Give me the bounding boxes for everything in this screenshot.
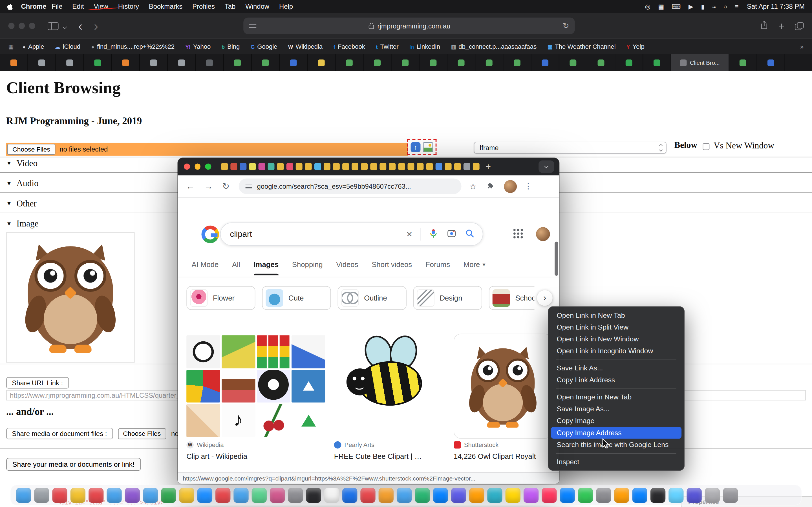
status-icon[interactable]: ▮ (701, 3, 704, 10)
menubar-menu-item[interactable]: Bookmarks (149, 3, 183, 10)
chips-next-icon[interactable]: › (537, 290, 553, 305)
menubar-menu-item[interactable]: Profiles (192, 3, 215, 10)
context-menu-item[interactable]: Copy Link Address (551, 374, 681, 386)
dock-app-icon[interactable] (324, 488, 339, 503)
dock-app-icon[interactable] (197, 488, 212, 503)
google-account-avatar[interactable] (536, 227, 550, 241)
browser-tab[interactable] (140, 54, 168, 71)
collage-image-trash-bin[interactable] (292, 370, 325, 403)
tab-overview-icon[interactable] (795, 22, 804, 30)
favorites-grid-icon[interactable]: ▦ (8, 43, 13, 50)
new-tab-icon[interactable]: + (778, 20, 784, 31)
dock-app-icon[interactable] (523, 488, 539, 503)
favorite-item[interactable]: in LinkedIn (409, 43, 440, 50)
upload-icon[interactable]: ↑ (411, 142, 421, 152)
minimize-window-button[interactable] (18, 23, 25, 29)
favorite-item[interactable]: ☁ iCloud (55, 43, 80, 50)
sidebar-icon[interactable] (48, 22, 59, 30)
favorite-item[interactable]: G Google (251, 43, 277, 50)
collapsible-section[interactable]: ▼ Video (6, 158, 39, 179)
status-icon[interactable]: ⌨ (672, 3, 681, 10)
dock-app-icon[interactable] (234, 488, 248, 503)
browser-tab[interactable] (615, 54, 643, 71)
dock-app-icon[interactable] (288, 488, 303, 503)
browser-tab[interactable] (286, 163, 293, 170)
dock-app-icon[interactable] (723, 488, 738, 503)
dock-app-icon[interactable] (52, 488, 67, 503)
browser-tab[interactable] (463, 163, 470, 170)
menubar-menu-item[interactable]: Edit (72, 3, 84, 10)
filter-chip[interactable]: School (489, 286, 535, 310)
browser-tab[interactable] (445, 163, 452, 170)
dock-app-icon[interactable] (378, 488, 394, 503)
context-menu-item[interactable]: Open Link in New Window (551, 333, 681, 345)
browser-tab[interactable] (342, 163, 349, 170)
favorite-item[interactable]: ● find_minus....rep+%22s%22 (91, 43, 174, 50)
browser-tab[interactable] (267, 163, 274, 170)
menubar-app-name[interactable]: Chrome (21, 3, 46, 10)
owl-clipart-image[interactable] (28, 246, 113, 349)
google-logo[interactable] (201, 226, 219, 243)
browser-tab[interactable] (363, 54, 391, 71)
dock-app-icon[interactable] (107, 488, 121, 503)
menubar-menu-item[interactable]: Window (245, 3, 269, 10)
vs-new-window-checkbox[interactable] (703, 144, 709, 150)
forward-button[interactable]: → (204, 182, 213, 191)
favorite-item[interactable]: ▥ db_connect.p...aaasaaafaas (451, 43, 537, 50)
collage-image-rubiks-cube[interactable] (257, 335, 290, 368)
result-attribution[interactable]: Wikipedia Clip art - Wikipedia (186, 441, 247, 460)
browser-tab[interactable] (379, 163, 386, 170)
collage-image-cake[interactable] (221, 370, 255, 403)
context-menu-item[interactable]: Copy Image (551, 415, 681, 427)
collage-image-clock[interactable] (186, 335, 220, 368)
chevron-down-icon[interactable] (63, 24, 67, 29)
context-menu-item[interactable]: Copy Image Address (551, 427, 681, 439)
browser-tab[interactable] (258, 163, 265, 170)
browser-tab[interactable] (221, 163, 228, 170)
dock-app-icon[interactable] (668, 488, 683, 503)
dock-app-icon[interactable] (360, 488, 375, 503)
browser-tab[interactable] (448, 54, 475, 71)
dock-app-icon[interactable] (506, 488, 520, 503)
favorite-item[interactable]: W Wikipedia (288, 43, 322, 50)
collage-image-cherries[interactable] (257, 404, 290, 437)
google-lens-icon[interactable] (446, 228, 457, 240)
browser-tab[interactable] (280, 54, 308, 71)
collapsible-section[interactable]: ▼ Audio (6, 179, 39, 199)
browser-tab[interactable] (168, 54, 196, 71)
iframe-select[interactable]: Iframe (474, 142, 666, 154)
browser-tab[interactable] (84, 54, 112, 71)
browser-tab[interactable] (28, 54, 56, 71)
browser-tab[interactable] (56, 54, 84, 71)
dock-app-icon[interactable] (397, 488, 412, 503)
browser-tab[interactable] (426, 163, 433, 170)
dock-app-icon[interactable] (415, 488, 430, 503)
favorite-item[interactable]: Y! Yahoo (186, 43, 211, 50)
browser-tab[interactable] (398, 163, 405, 170)
google-apps-grid-icon[interactable] (513, 229, 523, 239)
filter-chip[interactable]: Cute (262, 286, 331, 310)
favorite-item[interactable]: f Facebook (334, 43, 365, 50)
status-icon[interactable]: ▶ (689, 3, 693, 10)
collage-image-pie-chart[interactable] (186, 370, 220, 403)
dock-app-icon[interactable] (433, 488, 448, 503)
favorite-item[interactable]: ● Apple (22, 43, 44, 50)
dock-app-icon[interactable] (70, 488, 86, 503)
dock-app-icon[interactable] (705, 488, 720, 503)
dock-app-icon[interactable] (469, 488, 484, 503)
favorite-item[interactable]: t Twitter (376, 43, 398, 50)
dock-app-icon[interactable] (215, 488, 231, 503)
status-icon[interactable]: ◎ (645, 3, 650, 10)
filter-chip[interactable]: Outline (338, 286, 407, 310)
result-image-bee[interactable] (334, 335, 443, 437)
browser-tab[interactable] (308, 54, 336, 71)
status-icon[interactable]: ▦ (658, 3, 664, 10)
dock-app-icon[interactable] (143, 488, 158, 503)
active-tab[interactable]: Client Bro... (671, 54, 729, 71)
dock-app-icon[interactable] (161, 488, 176, 503)
browser-tab[interactable] (587, 54, 615, 71)
minimize-window-button[interactable] (195, 164, 200, 170)
bookmark-star-icon[interactable]: ☆ (469, 181, 477, 191)
browser-tab[interactable] (531, 54, 559, 71)
context-menu-item[interactable] (556, 388, 676, 389)
